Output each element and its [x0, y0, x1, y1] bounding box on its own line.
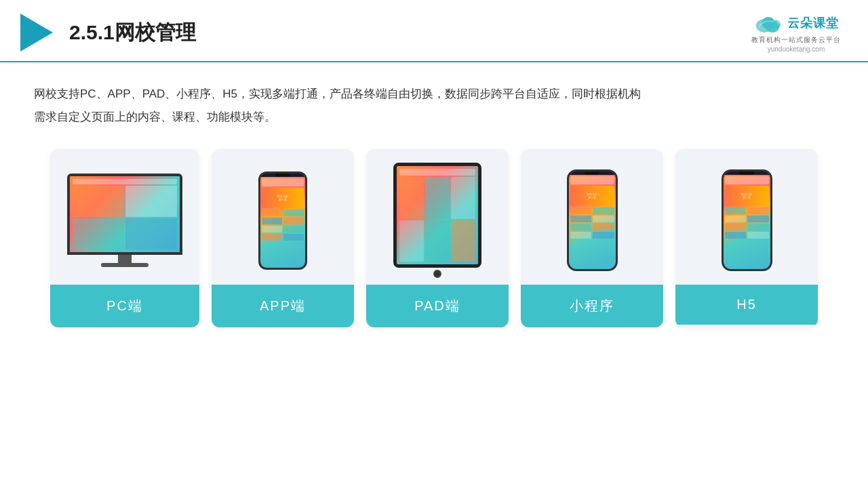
card-miniapp-image: 职达人的第一堂 — [521, 149, 663, 285]
phone-img-app: 职达人的第一堂 — [262, 188, 304, 208]
phone-screen-h5: 职达人的第一堂 — [724, 175, 770, 269]
device-phone-h5: 职达人的第一堂 — [722, 169, 772, 271]
tablet-bar — [399, 169, 475, 176]
device-tablet — [393, 163, 481, 278]
cards-container: PC端 职达人的第一堂 — [34, 149, 834, 327]
brand-domain: yunduoketang.com — [768, 45, 825, 53]
phone-notch-app — [275, 174, 290, 177]
card-pc: PC端 — [50, 149, 199, 327]
description-text: 网校支持PC、APP、PAD、小程序、H5，实现多端打通，产品各终端自由切换，数… — [34, 83, 834, 129]
header: 2.5.1网校管理 云朵课堂 教育机构一站式服务云平台 yunduoketang… — [0, 0, 868, 62]
pc-block-3 — [73, 218, 124, 249]
pc-screen — [70, 176, 180, 252]
card-h5-label: H5 — [675, 285, 818, 325]
brand-logo: 云朵课堂 — [753, 12, 839, 34]
phone-notch-miniapp — [585, 171, 599, 175]
card-pad-image — [366, 149, 509, 285]
device-pc — [67, 174, 182, 267]
pc-screen-content — [73, 186, 177, 249]
brand-name: 云朵课堂 — [787, 15, 839, 31]
pc-screen-bar — [73, 179, 177, 184]
phone-body-app: 职达人的第一堂 — [258, 171, 307, 270]
tablet-grid — [399, 177, 475, 262]
pc-block-4 — [125, 218, 177, 249]
brand-area: 云朵课堂 教育机构一站式服务云平台 yunduoketang.com — [751, 12, 841, 53]
phone-img-miniapp: 职达人的第一堂 — [570, 186, 614, 206]
tablet-screen — [397, 166, 478, 264]
card-app-label: APP端 — [212, 285, 354, 327]
card-pad-label: PAD端 — [366, 285, 509, 327]
phone-notch-h5 — [739, 171, 754, 175]
phone-header-miniapp — [570, 176, 614, 184]
card-app-image: 职达人的第一堂 — [212, 149, 354, 285]
pc-block-2 — [125, 186, 177, 217]
card-pc-label: PC端 — [50, 285, 199, 327]
card-h5: 职达人的第一堂 — [675, 149, 818, 327]
pc-neck — [118, 255, 132, 263]
phone-screen-miniapp: 职达人的第一堂 — [569, 175, 616, 269]
phone-header-h5 — [725, 176, 769, 184]
logo-icon — [20, 14, 53, 52]
device-phone-app: 职达人的第一堂 — [258, 171, 307, 270]
brand-subtitle: 教育机构一站式服务云平台 — [751, 35, 841, 45]
pc-base — [101, 263, 149, 267]
pc-block-1 — [73, 186, 124, 217]
cloud-icon — [753, 12, 783, 34]
device-phone-miniapp: 职达人的第一堂 — [567, 169, 618, 271]
page-title: 2.5.1网校管理 — [69, 19, 196, 47]
card-miniapp: 职达人的第一堂 — [521, 149, 663, 327]
tablet-home-button — [433, 270, 441, 278]
card-miniapp-label: 小程序 — [521, 285, 663, 327]
tablet-body — [393, 163, 481, 268]
phone-img-h5: 职达人的第一堂 — [725, 186, 769, 206]
card-h5-image: 职达人的第一堂 — [675, 149, 818, 285]
pc-monitor — [67, 174, 182, 255]
header-left: 2.5.1网校管理 — [20, 14, 196, 52]
phone-body-miniapp: 职达人的第一堂 — [567, 169, 618, 271]
card-pad: PAD端 — [366, 149, 509, 327]
phone-body-h5: 职达人的第一堂 — [722, 169, 772, 271]
card-pc-image — [50, 149, 199, 285]
main-content: 网校支持PC、APP、PAD、小程序、H5，实现多端打通，产品各终端自由切换，数… — [0, 62, 868, 341]
card-app: 职达人的第一堂 — [212, 149, 354, 327]
phone-screen-app: 职达人的第一堂 — [260, 177, 305, 268]
phone-header-app — [262, 178, 304, 186]
